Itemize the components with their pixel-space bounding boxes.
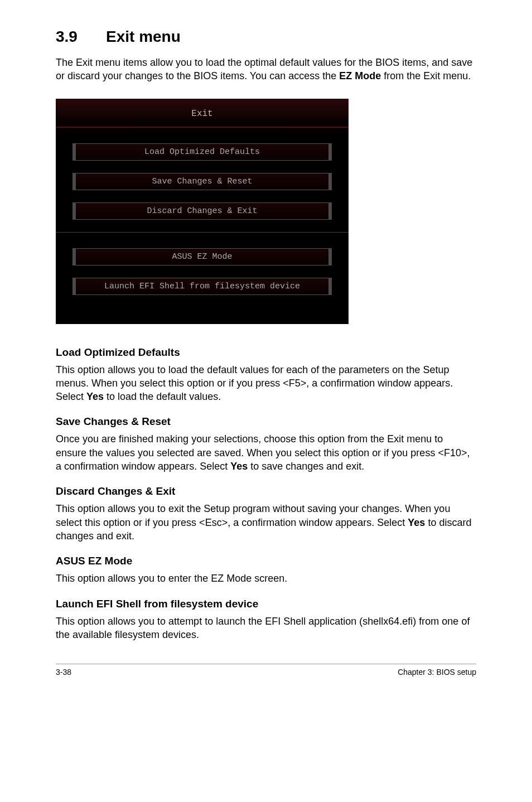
subhead-save-changes: Save Changes & Reset	[56, 416, 476, 428]
body-discard-changes-pre: This option allows you to exit the Setup…	[56, 503, 450, 528]
body-load-optimized-bold: Yes	[86, 391, 104, 402]
body-save-changes: Once you are finished making your select…	[56, 432, 476, 473]
save-changes-reset-button[interactable]: Save Changes & Reset	[72, 173, 332, 190]
subhead-load-optimized: Load Optimized Defaults	[56, 346, 476, 359]
section-number: 3.9	[56, 28, 106, 46]
asus-ez-mode-button[interactable]: ASUS EZ Mode	[72, 248, 332, 265]
body-save-changes-bold: Yes	[230, 461, 248, 472]
body-discard-changes: This option allows you to exit the Setup…	[56, 502, 476, 543]
launch-efi-shell-button[interactable]: Launch EFI Shell from filesystem device	[72, 278, 332, 295]
discard-changes-exit-button[interactable]: Discard Changes & Exit	[72, 202, 332, 220]
intro-post: from the Exit menu.	[381, 70, 471, 81]
body-save-changes-post: to save changes and exit.	[248, 461, 364, 472]
body-load-optimized: This option allows you to load the defau…	[56, 363, 476, 404]
subhead-ez-mode: ASUS EZ Mode	[56, 555, 476, 567]
intro-bold: EZ Mode	[339, 70, 381, 81]
body-ez-mode: This option allows you to enter the EZ M…	[56, 572, 476, 585]
body-load-optimized-post: to load the default values.	[104, 391, 221, 402]
bios-divider	[56, 232, 349, 233]
load-optimized-defaults-button[interactable]: Load Optimized Defaults	[72, 143, 332, 161]
page-number: 3-38	[56, 668, 71, 677]
bios-body: Load Optimized Defaults Save Changes & R…	[56, 128, 349, 295]
section-title-text: Exit menu	[106, 28, 181, 45]
bios-exit-screenshot: Exit Load Optimized Defaults Save Change…	[56, 99, 349, 324]
body-launch-efi: This option allows you to attempt to lau…	[56, 615, 476, 642]
page-footer: 3-38 Chapter 3: BIOS setup	[56, 664, 476, 677]
body-discard-changes-bold: Yes	[408, 517, 425, 528]
bios-window-title: Exit	[56, 99, 349, 128]
subhead-launch-efi: Launch EFI Shell from filesystem device	[56, 598, 476, 610]
chapter-label: Chapter 3: BIOS setup	[398, 668, 476, 677]
intro-paragraph: The Exit menu items allow you to load th…	[56, 56, 476, 83]
section-heading: 3.9Exit menu	[56, 28, 476, 46]
subhead-discard-changes: Discard Changes & Exit	[56, 485, 476, 497]
